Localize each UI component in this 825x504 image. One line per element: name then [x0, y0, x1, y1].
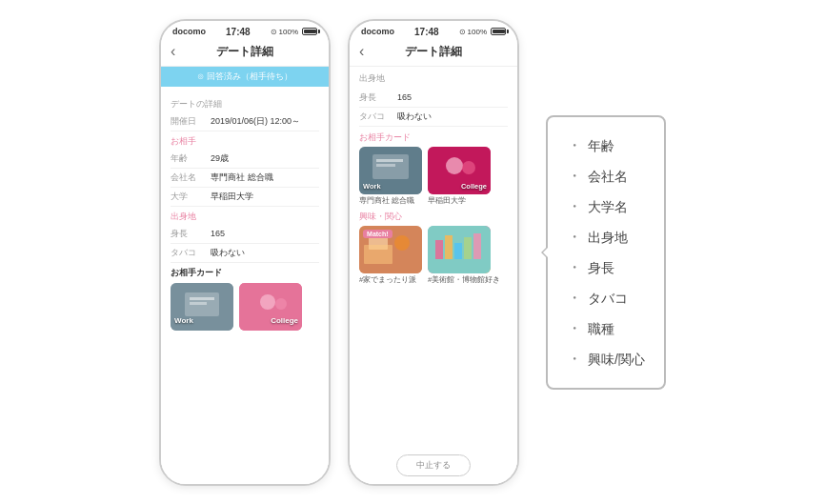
card-section-label-2: お相手カード [359, 131, 508, 144]
field-univ-name: 大学 [171, 191, 211, 203]
tooltip-label-5: 身長 [588, 254, 614, 281]
partner-label: お相手 [171, 135, 319, 148]
battery-icon-2 [491, 28, 506, 35]
tooltip-item-6: ・ タバコ [567, 283, 645, 313]
phone1-content: デートの詳細 開催日 2019/01/06(日) 12:00～ お相手 年齢 2… [161, 87, 329, 484]
bullet-8: ・ [567, 344, 582, 374]
field-tobacco-1: タバコ 吸わない [171, 244, 319, 263]
back-button-1[interactable]: ‹ [171, 43, 175, 60]
carrier-2: docomo [361, 27, 394, 36]
card-section-label-1: お相手カード [171, 267, 319, 279]
field-company-value: 専門商社 総合職 [211, 171, 273, 184]
svg-point-17 [394, 235, 410, 251]
card-work-1[interactable]: Work [171, 283, 233, 331]
interest-card-row: Match! #家でまったり派 [359, 226, 508, 285]
svg-point-12 [446, 157, 463, 174]
tooltip-item-3: ・ 大学名 [567, 192, 645, 222]
field-univ: 大学 早稲田大学 [171, 188, 319, 207]
field-height-name-1: 身長 [171, 228, 211, 240]
bullet-7: ・ [567, 313, 582, 344]
tooltip-label-3: 大学名 [588, 193, 628, 220]
field-age: 年齢 29歳 [171, 150, 319, 169]
bullet-2: ・ [567, 161, 582, 192]
battery-2: ⊙ 100% [459, 28, 506, 36]
field-height-value-2: 165 [397, 92, 412, 102]
card-college-2[interactable]: College [428, 147, 491, 194]
college-caption-2: 早稲田大学 [428, 196, 466, 206]
svg-rect-19 [435, 240, 443, 259]
tooltip-label-7: 職種 [588, 315, 614, 342]
field-date-name: 開催日 [171, 115, 211, 128]
field-height-2: 身長 165 [359, 89, 508, 108]
stop-button[interactable]: 中止する [396, 454, 471, 476]
work-label-2: Work [363, 182, 381, 191]
page-title-2: デート詳細 [405, 44, 462, 60]
page-title-1: デート詳細 [216, 44, 273, 60]
svg-rect-21 [454, 243, 462, 259]
bullet-5: ・ [567, 252, 582, 283]
field-tobacco-value-2: 吸わない [397, 111, 432, 123]
card-work-label-1: Work [174, 316, 193, 325]
interest2-wrap: #美術館・博物館好き [428, 226, 500, 285]
tooltip-item-5: ・ 身長 [567, 252, 645, 283]
work-card-wrap: Work 専門商社 総合職 [359, 147, 422, 206]
app-header-1: ‹ デート詳細 [161, 40, 329, 67]
field-age-name: 年齢 [171, 152, 211, 165]
field-tobacco-2: タバコ 吸わない [359, 108, 508, 127]
battery-icon-1 [302, 28, 317, 35]
status-bar-2: docomo 17:48 ⊙ 100% [350, 21, 517, 40]
phone1: docomo 17:48 ⊙ 100% ‹ デート詳細 ⊙ 回答済み（相手待ち）… [159, 19, 331, 486]
back-button-2[interactable]: ‹ [359, 43, 364, 60]
svg-rect-16 [364, 245, 392, 264]
tooltip-item-4: ・ 出身地 [567, 222, 645, 252]
svg-point-13 [462, 161, 475, 174]
interest-card-museum[interactable] [428, 226, 491, 273]
interest2-caption: #美術館・博物館好き [428, 275, 500, 285]
field-date-value: 2019/01/06(日) 12:00～ [211, 115, 300, 128]
bullet-1: ・ [567, 131, 582, 161]
battery-1: ⊙ 100% [271, 28, 317, 36]
svg-rect-2 [190, 297, 214, 300]
bullet-6: ・ [567, 283, 582, 313]
stop-button-wrap: 中止する [350, 449, 517, 484]
tooltip-item-7: ・ 職種 [567, 313, 645, 344]
carrier-1: docomo [172, 27, 206, 36]
svg-point-5 [260, 294, 275, 310]
interest1-caption: #家でまったり派 [359, 275, 416, 285]
screen-1: ⊙ 回答済み（相手待ち） デートの詳細 開催日 2019/01/06(日) 12… [161, 67, 329, 484]
field-company-name: 会社名 [171, 171, 211, 184]
college-card-wrap: College 早稲田大学 [428, 147, 491, 206]
tooltip-label-4: 出身地 [588, 224, 628, 251]
tooltip-label-6: タバコ [588, 285, 628, 312]
svg-rect-20 [445, 235, 453, 259]
field-height-value-1: 165 [211, 229, 225, 238]
phone2-content: 出身地 身長 165 タバコ 吸わない お相手カード [350, 67, 517, 449]
tooltip-item-8: ・ 興味/関心 [567, 344, 645, 374]
status-bar-1: docomo 17:48 ⊙ 100% [161, 21, 329, 40]
time-2: 17:48 [414, 27, 439, 37]
interest1-wrap: Match! #家でまったり派 [359, 226, 422, 285]
app-header-2: ‹ デート詳細 [350, 40, 517, 67]
field-tobacco-name-1: タバコ [171, 247, 211, 259]
field-date: 開催日 2019/01/06(日) 12:00～ [171, 112, 319, 131]
field-company: 会社名 専門商社 総合職 [171, 169, 319, 188]
svg-rect-22 [464, 237, 472, 259]
tooltip-item-1: ・ 年齢 [567, 131, 645, 161]
interest-card-home[interactable]: Match! [359, 226, 422, 273]
college-label-2: College [461, 182, 487, 191]
phone2: docomo 17:48 ⊙ 100% ‹ デート詳細 出身地 身長 165 [348, 19, 519, 486]
card-row-2: Work 専門商社 総合職 College [359, 147, 508, 206]
field-univ-value: 早稲田大学 [211, 191, 253, 203]
origin-label-1: 出身地 [171, 211, 319, 223]
tooltip-label-8: 興味/関心 [588, 346, 645, 373]
work-caption-2: 専門商社 総合職 [359, 196, 414, 206]
card-college-1[interactable]: College [239, 283, 302, 331]
card-work-2[interactable]: Work [359, 147, 422, 194]
card-college-label-1: College [271, 316, 298, 325]
interest-section-label: 興味・関心 [359, 211, 508, 223]
card-row-1: Work College [171, 283, 319, 331]
field-tobacco-name-2: タバコ [359, 111, 397, 123]
origin-label-2: 出身地 [359, 72, 508, 87]
svg-rect-10 [376, 164, 395, 167]
svg-point-6 [275, 298, 287, 310]
